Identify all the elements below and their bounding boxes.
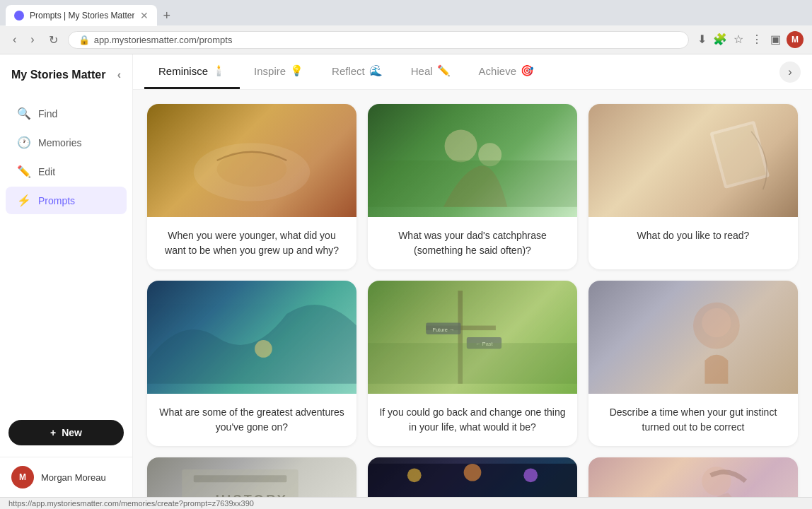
- sidebar-item-find[interactable]: 🔍 Find: [6, 100, 127, 127]
- achieve-emoji: 🎯: [521, 64, 534, 77]
- svg-rect-4: [368, 160, 577, 207]
- reflect-emoji: 🌊: [369, 64, 383, 77]
- star-icon[interactable]: ☆: [731, 33, 746, 47]
- prompt-image-9: [588, 457, 798, 497]
- status-bar: https://app.mystoriesmatter.com/memories…: [0, 497, 812, 509]
- prompt-text-1: When you were younger, what did you want…: [147, 217, 356, 269]
- prompt-text-3: What do you like to read?: [588, 217, 798, 255]
- sidebar-nav: 🔍 Find 🕐 Memories ✏️ Edit ⚡ Prompts: [0, 93, 132, 414]
- reload-button[interactable]: ↻: [45, 32, 62, 48]
- prompt-card-5[interactable]: Future → ← Past If you could go back and…: [368, 281, 577, 446]
- svg-point-22: [464, 464, 482, 481]
- settings-icon[interactable]: ⋮: [750, 33, 764, 47]
- status-url: https://app.mystoriesmatter.com/memories…: [8, 499, 254, 508]
- sidebar-header: My Stories Matter ‹: [0, 54, 132, 93]
- tab-favicon: [14, 11, 24, 21]
- svg-rect-6: [713, 124, 766, 185]
- sidebar-user: M Morgan Moreau: [0, 457, 132, 497]
- prompt-image-3: [588, 104, 798, 217]
- prompt-text-5: If you could go back and change one thin…: [368, 394, 577, 446]
- tab-close-button[interactable]: ✕: [140, 10, 149, 21]
- category-tabs: Reminisce 🕯️ Inspire 💡 Reflect 🌊 Heal ✏️…: [133, 54, 812, 90]
- app: My Stories Matter ‹ 🔍 Find 🕐 Memories ✏️…: [0, 54, 812, 497]
- new-tab-button[interactable]: +: [157, 8, 176, 23]
- svg-point-23: [523, 468, 538, 482]
- edit-icon: ✏️: [17, 165, 31, 178]
- prompt-card-1[interactable]: When you were younger, what did you want…: [147, 104, 356, 269]
- achieve-label: Achieve: [479, 65, 516, 77]
- prompt-card-2[interactable]: What was your dad's catchphrase (somethi…: [368, 104, 577, 269]
- sidebar-item-prompts[interactable]: ⚡ Prompts: [6, 187, 127, 214]
- new-button-plus: +: [50, 427, 56, 438]
- new-button[interactable]: + New: [8, 420, 124, 445]
- url-bar[interactable]: 🔒 app.mystoriesmatter.com/prompts: [68, 31, 689, 49]
- tab-scroll-right-button[interactable]: ›: [779, 62, 801, 83]
- svg-rect-14: [368, 343, 577, 384]
- tab-reminisce[interactable]: Reminisce 🕯️: [144, 54, 240, 89]
- nav-actions: ⬇ 🧩 ☆ ⋮ ▣ M: [695, 31, 804, 48]
- profile-avatar[interactable]: M: [787, 31, 804, 48]
- active-tab[interactable]: Prompts | My Stories Matter ✕: [6, 5, 157, 26]
- prompt-card-9[interactable]: [588, 457, 798, 497]
- reminisce-emoji: 🕯️: [212, 64, 226, 77]
- memories-icon: 🕐: [17, 136, 31, 149]
- prompt-image-8: [368, 457, 577, 497]
- tab-achieve[interactable]: Achieve 🎯: [465, 54, 548, 89]
- download-icon[interactable]: ⬇: [695, 33, 709, 47]
- reflect-label: Reflect: [332, 65, 365, 77]
- sidebar-item-edit[interactable]: ✏️ Edit: [6, 158, 127, 185]
- svg-point-1: [217, 152, 287, 187]
- svg-text:HISTORY: HISTORY: [216, 493, 288, 497]
- prompt-image-7: HISTORY: [147, 457, 356, 497]
- sidebar-item-prompts-label: Prompts: [38, 195, 75, 206]
- svg-rect-18: [194, 475, 287, 482]
- tab-bar: Prompts | My Stories Matter ✕ +: [0, 0, 812, 25]
- sidebar: My Stories Matter ‹ 🔍 Find 🕐 Memories ✏️…: [0, 54, 133, 497]
- tab-title: Prompts | My Stories Matter: [30, 11, 134, 21]
- tab-heal[interactable]: Heal ✏️: [397, 54, 465, 89]
- prompt-image-6: [588, 281, 798, 394]
- heal-emoji: ✏️: [437, 64, 451, 77]
- prompts-grid: When you were younger, what did you want…: [147, 104, 798, 497]
- prompt-card-8[interactable]: [368, 457, 577, 497]
- sidebar-item-memories[interactable]: 🕐 Memories: [6, 129, 127, 156]
- nav-bar: ‹ › ↻ 🔒 app.mystoriesmatter.com/prompts …: [0, 25, 812, 54]
- svg-point-16: [702, 308, 731, 337]
- forward-button[interactable]: ›: [26, 32, 38, 47]
- prompt-image-5: Future → ← Past: [368, 281, 577, 394]
- sidebar-toggle-icon[interactable]: ▣: [768, 33, 782, 47]
- sidebar-item-edit-label: Edit: [38, 166, 55, 177]
- sidebar-collapse-button[interactable]: ‹: [117, 69, 121, 81]
- new-button-label: New: [62, 427, 82, 438]
- tab-reflect[interactable]: Reflect 🌊: [318, 54, 397, 89]
- prompt-card-6[interactable]: Describe a time when your gut instinct t…: [588, 281, 798, 446]
- svg-point-21: [407, 468, 422, 482]
- extension-icon[interactable]: 🧩: [713, 33, 727, 47]
- app-title: My Stories Matter: [11, 69, 105, 81]
- svg-text:Future →: Future →: [432, 327, 454, 333]
- prompts-icon: ⚡: [17, 194, 31, 207]
- tab-inspire[interactable]: Inspire 💡: [240, 54, 318, 89]
- prompt-card-4[interactable]: What are some of the greatest adventures…: [147, 281, 356, 446]
- back-button[interactable]: ‹: [8, 32, 21, 47]
- svg-point-7: [255, 340, 272, 358]
- prompts-container: When you were younger, what did you want…: [133, 90, 812, 497]
- reminisce-label: Reminisce: [158, 65, 208, 77]
- prompt-text-6: Describe a time when your gut instinct t…: [588, 394, 798, 446]
- lock-icon: 🔒: [79, 35, 90, 45]
- svg-point-2: [445, 129, 477, 162]
- prompt-image-4: [147, 281, 356, 394]
- main-content: Reminisce 🕯️ Inspire 💡 Reflect 🌊 Heal ✏️…: [133, 54, 812, 497]
- sidebar-item-memories-label: Memories: [38, 137, 81, 148]
- user-avatar: M: [11, 466, 34, 488]
- heal-label: Heal: [411, 65, 433, 77]
- prompt-card-3[interactable]: What do you like to read?: [588, 104, 798, 269]
- user-avatar-initials: M: [19, 472, 26, 482]
- prompt-card-7[interactable]: HISTORY: [147, 457, 356, 497]
- browser-chrome: Prompts | My Stories Matter ✕ + ‹ › ↻ 🔒 …: [0, 0, 812, 54]
- sidebar-item-find-label: Find: [38, 108, 57, 119]
- prompt-text-2: What was your dad's catchphrase (somethi…: [368, 217, 577, 269]
- prompt-image-2: [368, 104, 577, 217]
- inspire-emoji: 💡: [290, 64, 303, 77]
- user-name: Morgan Moreau: [41, 472, 106, 483]
